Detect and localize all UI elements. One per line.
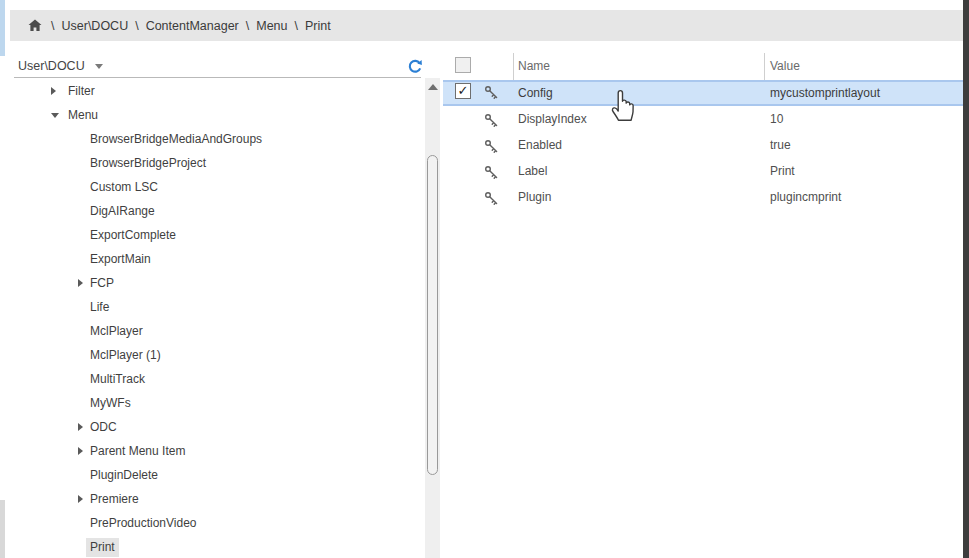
cell-value: true [770,132,791,158]
chevron-right-icon[interactable] [78,279,83,287]
tree-item-label: Print [86,538,119,557]
row-checkbox-checked[interactable]: ✓ [455,83,471,99]
tree-item-exportcomplete[interactable]: ExportComplete [0,223,424,247]
key-icon [484,111,499,126]
window-edge-left-top [0,0,5,56]
column-divider [513,53,514,80]
tree-item-odc[interactable]: ODC [0,415,424,439]
tree-item-label: Filter [64,82,99,101]
tree-item-label: ExportMain [86,250,155,269]
tree-root-selector[interactable]: User\DOCU [18,57,103,75]
breadcrumb-item-user-docu[interactable]: User\DOCU [61,19,128,33]
chevron-right-icon[interactable] [78,447,83,455]
table-row-label[interactable]: LabelPrint [443,158,963,184]
tree-item-print[interactable]: Print [0,535,424,558]
breadcrumb-items: \User\DOCU\ContentManager\Menu\Print [44,19,331,33]
cell-name: Label [518,158,547,184]
cell-name: Plugin [518,184,551,210]
tree-item-fcp[interactable]: FCP [0,271,424,295]
tree-item-label: Premiere [86,490,143,509]
key-icon [484,85,499,100]
tree-item-mywfs[interactable]: MyWFs [0,391,424,415]
tree-item-browserbridgemediaandgroups[interactable]: BrowserBridgeMediaAndGroups [0,127,424,151]
chevron-down-icon[interactable] [51,113,59,118]
tree-item-preproductionvideo[interactable]: PreProductionVideo [0,511,424,535]
tree-item-label: ODC [86,418,121,437]
tree-item-label: Parent Menu Item [86,442,189,461]
tree-item-filter[interactable]: Filter [0,79,424,103]
cell-value: mycustomprintlayout [770,82,880,104]
tree-item-mclplayer[interactable]: MclPlayer [0,319,424,343]
table-row-config[interactable]: ✓Configmycustomprintlayout [443,80,963,106]
tree-scrollbar-thumb[interactable] [427,155,438,475]
tree-item-label: MclPlayer (1) [86,346,165,365]
tree-root-label: User\DOCU [18,59,85,73]
breadcrumb-separator: \ [246,19,249,33]
table-row-enabled[interactable]: Enabledtrue [443,132,963,158]
tree-item-label: BrowserBridgeProject [86,154,210,173]
breadcrumb-item-contentmanager[interactable]: ContentManager [146,19,239,33]
tree-item-label: MyWFs [86,394,135,413]
key-icon [484,163,499,178]
cell-value: plugincmprint [770,184,841,210]
tree-item-label: PluginDelete [86,466,162,485]
key-icon [484,137,499,152]
chevron-right-icon[interactable] [51,87,56,95]
chevron-right-icon[interactable] [78,423,83,431]
tree-item-exportmain[interactable]: ExportMain [0,247,424,271]
tree-item-label: MclPlayer [86,322,147,341]
tree-item-browserbridgeproject[interactable]: BrowserBridgeProject [0,151,424,175]
column-divider [764,53,765,80]
table-row-plugin[interactable]: Pluginplugincmprint [443,184,963,210]
tree-item-custom-lsc[interactable]: Custom LSC [0,175,424,199]
properties-grid-header: Name Value [443,53,963,80]
tree-item-label: PreProductionVideo [86,514,201,533]
select-all-checkbox[interactable] [455,57,471,73]
tree-item-label: Life [86,298,113,317]
tree-item-label: FCP [86,274,118,293]
column-header-name[interactable]: Name [518,53,550,80]
chevron-right-icon[interactable] [78,495,83,503]
tree-item-parent-menu-item[interactable]: Parent Menu Item [0,439,424,463]
navigation-tree: FilterMenuBrowserBridgeMediaAndGroupsBro… [0,79,424,558]
cell-value: Print [770,158,795,184]
tree-item-life[interactable]: Life [0,295,424,319]
tree-item-multitrack[interactable]: MultiTrack [0,367,424,391]
tree-item-label: Custom LSC [86,178,162,197]
breadcrumb: \User\DOCU\ContentManager\Menu\Print [10,10,963,41]
window-edge-right [963,0,969,558]
chevron-down-icon [95,64,103,69]
breadcrumb-separator: \ [135,19,138,33]
cell-name: Config [518,82,553,104]
key-icon [484,189,499,204]
properties-grid: ✓ConfigmycustomprintlayoutDisplayIndex10… [443,80,963,210]
cell-name: Enabled [518,132,562,158]
tree-item-label: ExportComplete [86,226,180,245]
panel-header-divider [14,77,421,78]
breadcrumb-separator: \ [51,19,54,33]
cell-name: DisplayIndex [518,106,587,132]
breadcrumb-item-print[interactable]: Print [305,19,331,33]
tree-item-label: DigAIRange [86,202,159,221]
tree-item-digairange[interactable]: DigAIRange [0,199,424,223]
tree-item-label: BrowserBridgeMediaAndGroups [86,130,266,149]
breadcrumb-item-menu[interactable]: Menu [256,19,287,33]
tree-item-mclplayer-1[interactable]: MclPlayer (1) [0,343,424,367]
refresh-button[interactable] [407,59,423,75]
tree-item-plugindelete[interactable]: PluginDelete [0,463,424,487]
table-row-displayindex[interactable]: DisplayIndex10 [443,106,963,132]
cell-value: 10 [770,106,783,132]
tree-item-label: Menu [64,106,102,125]
tree-item-premiere[interactable]: Premiere [0,487,424,511]
column-header-value[interactable]: Value [770,53,800,80]
scrollbar-up-arrow-icon[interactable] [428,84,438,90]
tree-item-label: MultiTrack [86,370,149,389]
home-icon[interactable] [28,19,42,32]
breadcrumb-separator: \ [295,19,298,33]
tree-item-menu[interactable]: Menu [0,103,424,127]
